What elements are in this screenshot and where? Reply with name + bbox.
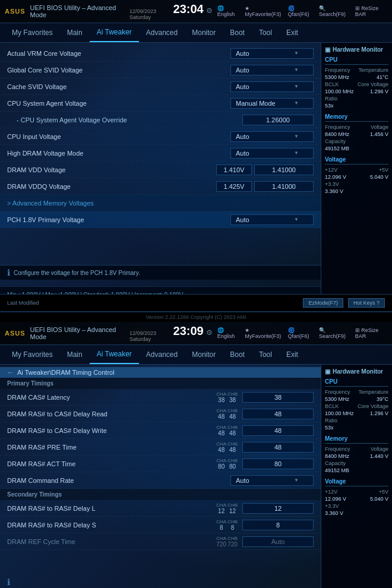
val-sysagent-override: 1.26000 [242,115,314,125]
nav-exit-1[interactable]: Exit [279,24,305,42]
ezmode-btn[interactable]: EzMode(F7) [303,298,343,308]
val-dramvdd: 1.410V 1.41000 [216,165,314,175]
box-cas[interactable]: 38 [242,392,314,403]
nav-boot-2[interactable]: Boot [223,346,252,363]
ch-ref: CHA 720 CHB 720 [216,536,238,548]
dropdown-hdram[interactable]: Auto [230,148,314,159]
ch-rrd-s: CHA 8 CHB 8 [216,519,238,531]
row-adv-mem[interactable]: > Advanced Memory Voltages [0,195,321,211]
search-btn-1[interactable]: 🔍 Search(F9) [319,5,350,17]
val-hdram: Auto [230,148,314,159]
box-ras[interactable]: 80 [242,459,314,469]
nav-boot-1[interactable]: Boot [223,24,252,42]
val-gcore: Auto [230,65,314,75]
row-vrm: Actual VRM Core Voltage Auto [0,45,321,62]
rebar-btn-1[interactable]: ⊞ ReSize BAR [355,5,387,17]
label-sysagent-override: - CPU System Agent Voltage Override [7,116,127,124]
hw-ratio-val-1: 53x [325,103,388,109]
box-sysagent-override[interactable]: 1.26000 [242,115,314,125]
box-dramvddq[interactable]: 1.41000 [254,181,314,192]
myfav-btn-2[interactable]: ★ MyFavorite(F3) [245,327,283,339]
nav-main-2[interactable]: Main [60,346,90,363]
hw-volt-12-row-1: +12V +5V [325,167,388,173]
myfav-btn-1[interactable]: ★ MyFavorite(F3) [245,5,283,17]
date-1: 12/09/2023 Saturday [129,8,171,20]
search-btn-2[interactable]: 🔍 Search(F9) [319,327,350,339]
box-rcd-read[interactable]: 48 [242,409,314,419]
qfan-btn-1[interactable]: 🌀 Qfan(F6) [288,5,314,17]
nav-monitor-1[interactable]: Monitor [185,24,223,42]
ch-ras: CHA 80 CHB 80 [216,458,238,470]
row-rcd-read: DRAM RAS# to CAS# Delay Read CHA 48 CHB … [0,406,321,422]
qfan-btn-2[interactable]: 🌀 Qfan(F6) [288,327,314,339]
info-icon-2: ℹ [7,577,10,587]
hw-cpu-freq-row-1: Frequency Temperature [325,67,388,73]
dropdown-cache[interactable]: Auto [230,81,314,92]
nav-tool-1[interactable]: Tool [252,24,279,42]
box-rp[interactable]: 48 [242,442,314,453]
lang-btn-2[interactable]: 🌐 English [217,327,241,339]
asus-logo-1: ASUS [5,8,26,15]
info-icon-1: ℹ [7,268,10,277]
divider-buttons: EzMode(F7) Hot Keys ? [303,298,385,308]
back-arrow-2[interactable]: ← [7,369,14,376]
val-rrd-l: CHA 12 CHB 12 12 [216,502,314,514]
label-cas: DRAM CAS# Latency [7,394,126,401]
label-dramvdd: DRAM VDD Voltage [7,166,126,173]
nav-myfav-2[interactable]: My Favorites [5,346,60,363]
primary-timings-header: Primary Timings [0,378,321,389]
nav-advanced-1[interactable]: Advanced [139,24,185,42]
nav-aitweaker-2[interactable]: Ai Tweaker [90,345,139,364]
info-line-1: ℹ Configure the voltage for the PCH 1.8V… [7,268,314,277]
nav-myfav-1[interactable]: My Favorites [5,24,60,42]
top-bar-2: ASUS UEFI BIOS Utility – Advanced Mode 1… [0,322,392,345]
val-cpuin: Auto [230,131,314,142]
dropdown-pch[interactable]: Auto [230,214,314,225]
val-cmdrate: Auto [230,475,314,486]
hotkeys-btn[interactable]: Hot Keys ? [348,298,385,308]
nav-advanced-2[interactable]: Advanced [139,346,185,363]
hw-volt-33-row-1: +3.3V [325,181,388,187]
dropdown-gcore[interactable]: Auto [230,65,314,75]
lang-btn-1[interactable]: 🌐 English [217,5,241,17]
nav-exit-2[interactable]: Exit [279,346,305,363]
info-section-2: ℹ [0,574,321,588]
hw-bclk-row-1: BCLK Core Voltage [325,81,388,87]
box-rcd-write[interactable]: 48 [242,425,314,436]
hw-bclk-val-1: 100.00 MHz 1.296 V [325,88,388,94]
val-ref: CHA 720 CHB 720 Auto [216,536,314,548]
secondary-timings-header: Secondary Timings [0,489,321,500]
top-bar-1: ASUS UEFI BIOS Utility – Advanced Mode 1… [0,0,392,23]
hw-title-2: ▣ Hardware Monitor [325,368,388,375]
box-dramvdd[interactable]: 1.41000 [254,165,314,175]
label-cache: Cache SVID Voltage [7,83,126,90]
row-rcd-write: DRAM RAS# to CAS# Delay Write CHA 48 CHB… [0,422,321,439]
hw-mem-freq-row-1: Frequency Voltage [325,124,388,130]
ch-rp: CHA 48 CHB 48 [216,441,238,453]
box-rrd-l[interactable]: 12 [242,503,314,514]
nav-aitweaker-1[interactable]: Ai Tweaker [90,23,139,42]
rebar-btn-2[interactable]: ⊞ ReSize BAR [355,327,387,339]
hw-monitor-1: ▣ Hardware Monitor CPU Frequency Tempera… [321,43,392,294]
hw-mem-freq-val-1: 8400 MHz 1.456 V [325,131,388,137]
hw-mem-title-2: Memory [325,435,388,444]
nav-tool-2[interactable]: Tool [252,346,279,363]
dropdown-vrm[interactable]: Auto [230,48,314,59]
label-rrd-s: DRAM RAS# to RAS# Delay S [7,521,126,529]
label-sysagent: CPU System Agent Voltage [7,100,126,107]
val-rrd-s: CHA 8 CHB 8 8 [216,519,314,531]
dropdown-cmdrate[interactable]: Auto [230,475,314,486]
dropdown-sysagent[interactable]: Manual Mode [230,98,314,109]
row-ref: DRAM REF Cycle Time CHA 720 CHB 720 Auto [0,533,321,550]
settings-icon-2[interactable]: ⚙ [206,328,213,337]
nav-main-1[interactable]: Main [60,24,90,42]
hw-volt-title-2: Voltage [325,478,388,486]
top-icons-1: 🌐 English ★ MyFavorite(F3) 🌀 Qfan(F6) 🔍 … [217,5,387,17]
dropdown-cpuin[interactable]: Auto [230,131,314,142]
nav-monitor-2[interactable]: Monitor [185,346,223,363]
settings-icon-1[interactable]: ⚙ [206,7,213,15]
hw-cpu-title-2: CPU [325,378,388,387]
box-rrd-s[interactable]: 8 [242,520,314,530]
label-adv-mem: > Advanced Memory Voltages [7,200,126,207]
label-rp: DRAM RAS# PRE Time [7,444,126,451]
